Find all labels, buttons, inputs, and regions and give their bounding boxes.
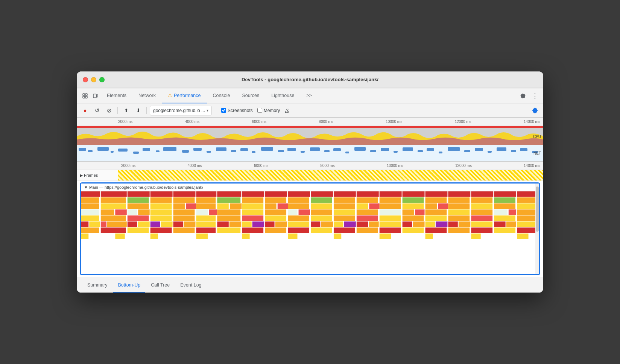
memory-toggle[interactable]: Memory bbox=[257, 108, 280, 113]
svg-rect-103 bbox=[380, 203, 401, 209]
settings-gear-icon[interactable] bbox=[518, 91, 528, 101]
svg-rect-192 bbox=[81, 228, 99, 233]
device-toolbar-icon[interactable] bbox=[90, 91, 101, 101]
svg-rect-54 bbox=[264, 191, 265, 197]
flame-chart-svg bbox=[81, 191, 539, 274]
fullscreen-button[interactable] bbox=[99, 77, 105, 82]
time-mark-b: 4000 ms bbox=[187, 164, 202, 168]
frames-label[interactable]: ▶ Frames bbox=[77, 170, 118, 180]
tab-performance[interactable]: ⚠ Performance bbox=[162, 88, 207, 103]
svg-rect-170 bbox=[242, 221, 251, 227]
clear-button[interactable]: ⊘ bbox=[104, 105, 114, 116]
svg-rect-14 bbox=[163, 147, 176, 151]
tab-elements[interactable]: Elements bbox=[101, 88, 132, 103]
bottom-tabs-bar: Summary Bottom-Up Call Tree Event Log bbox=[77, 277, 543, 293]
scrollbar-thumb[interactable] bbox=[536, 187, 539, 232]
svg-rect-178 bbox=[344, 221, 356, 227]
svg-rect-107 bbox=[448, 203, 470, 209]
svg-rect-74 bbox=[265, 197, 286, 203]
svg-rect-161 bbox=[128, 221, 137, 227]
tab-summary[interactable]: Summary bbox=[83, 278, 112, 293]
svg-rect-97 bbox=[278, 203, 288, 209]
timeline-main[interactable]: 2000 ms 4000 ms 6000 ms 8000 ms 10000 ms… bbox=[77, 162, 543, 275]
svg-rect-221 bbox=[471, 234, 480, 239]
svg-rect-28 bbox=[333, 148, 341, 151]
tab-call-tree[interactable]: Call Tree bbox=[146, 278, 174, 293]
svg-rect-152 bbox=[425, 215, 447, 221]
svg-rect-212 bbox=[81, 234, 88, 239]
svg-rect-122 bbox=[265, 209, 286, 215]
performance-settings-icon[interactable] bbox=[530, 105, 540, 116]
svg-rect-149 bbox=[357, 215, 378, 221]
svg-rect-93 bbox=[217, 203, 228, 209]
svg-rect-131 bbox=[425, 209, 447, 215]
timeline-overview: 2000 ms 4000 ms 6000 ms 8000 ms 10000 ms… bbox=[77, 118, 543, 162]
main-track-container[interactable]: ▼ Main — https://googlechrome.github.io/… bbox=[80, 182, 540, 275]
svg-rect-162 bbox=[138, 221, 149, 227]
tab-console[interactable]: Console bbox=[207, 88, 236, 103]
tab-network[interactable]: Network bbox=[132, 88, 162, 103]
time-ruler-marks-top: 2000 ms 4000 ms 6000 ms 8000 ms 10000 ms… bbox=[118, 120, 543, 124]
screenshots-checkbox[interactable] bbox=[221, 108, 226, 113]
svg-rect-189 bbox=[494, 221, 505, 227]
svg-rect-200 bbox=[265, 228, 286, 233]
svg-rect-20 bbox=[240, 148, 248, 151]
flame-chart[interactable] bbox=[81, 191, 539, 274]
svg-rect-3 bbox=[85, 96, 87, 98]
svg-rect-37 bbox=[439, 152, 442, 153]
svg-rect-39 bbox=[464, 150, 470, 152]
svg-rect-18 bbox=[216, 147, 226, 151]
net-chart: NET bbox=[77, 145, 543, 161]
svg-rect-145 bbox=[265, 215, 286, 221]
close-button[interactable] bbox=[83, 77, 88, 82]
svg-rect-0 bbox=[83, 94, 85, 96]
minimize-button[interactable] bbox=[91, 77, 96, 82]
main-track-header[interactable]: ▼ Main — https://googlechrome.github.io/… bbox=[81, 184, 539, 191]
tab-event-log[interactable]: Event Log bbox=[176, 278, 206, 293]
svg-rect-38 bbox=[448, 147, 460, 151]
tab-lighthouse[interactable]: Lighthouse bbox=[265, 88, 300, 103]
svg-rect-75 bbox=[288, 197, 309, 203]
reload-button[interactable]: ↺ bbox=[92, 105, 102, 116]
scrollbar-track[interactable] bbox=[535, 184, 539, 274]
svg-rect-160 bbox=[107, 221, 127, 227]
svg-rect-43 bbox=[511, 150, 516, 152]
svg-rect-30 bbox=[354, 147, 366, 151]
screenshots-toggle[interactable]: Screenshots bbox=[221, 108, 253, 113]
svg-rect-116 bbox=[150, 209, 172, 215]
net-label: NET bbox=[533, 151, 541, 155]
svg-rect-121 bbox=[242, 209, 263, 215]
svg-rect-222 bbox=[517, 234, 528, 239]
tab-more[interactable]: >> bbox=[300, 88, 318, 103]
record-button[interactable]: ● bbox=[80, 105, 90, 116]
svg-rect-78 bbox=[357, 197, 378, 203]
time-mark: 10000 ms bbox=[386, 120, 402, 124]
svg-rect-129 bbox=[403, 209, 414, 215]
url-selector[interactable]: googlechrome.github.io ... ▾ bbox=[150, 106, 212, 115]
cpu-chart: CPU bbox=[77, 128, 543, 145]
tab-bottom-up[interactable]: Bottom-Up bbox=[113, 278, 145, 293]
svg-rect-138 bbox=[101, 215, 126, 221]
svg-rect-134 bbox=[494, 209, 508, 215]
svg-rect-64 bbox=[493, 191, 494, 197]
svg-rect-193 bbox=[101, 228, 126, 233]
svg-rect-96 bbox=[265, 203, 276, 209]
upload-button[interactable]: ⬆ bbox=[121, 105, 131, 116]
svg-rect-108 bbox=[471, 203, 492, 209]
inspector-icon[interactable] bbox=[80, 91, 90, 101]
tab-sources[interactable]: Sources bbox=[236, 88, 265, 103]
svg-rect-86 bbox=[81, 203, 99, 209]
download-button[interactable]: ⬇ bbox=[133, 105, 143, 116]
svg-rect-165 bbox=[173, 221, 183, 227]
svg-rect-117 bbox=[173, 209, 195, 215]
svg-rect-7 bbox=[88, 150, 93, 152]
devtools-window: DevTools - googlechrome.github.io/devtoo… bbox=[77, 71, 543, 293]
svg-rect-66 bbox=[81, 197, 99, 203]
svg-rect-82 bbox=[448, 197, 470, 203]
memory-checkbox[interactable] bbox=[257, 108, 262, 113]
more-options-icon[interactable]: ⋮ bbox=[530, 91, 540, 101]
svg-rect-16 bbox=[193, 148, 202, 151]
svg-rect-181 bbox=[380, 221, 401, 227]
memory-icon[interactable]: 🖨 bbox=[281, 105, 292, 116]
svg-rect-69 bbox=[150, 197, 172, 203]
